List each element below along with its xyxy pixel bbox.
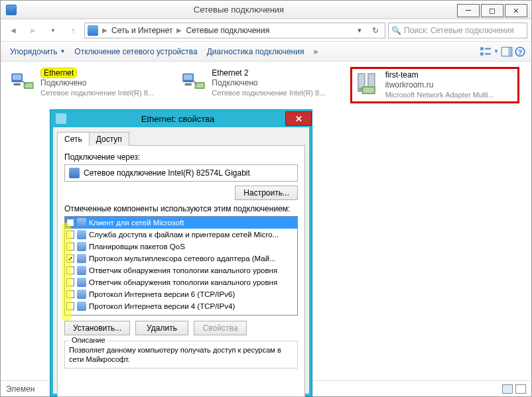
connection-desc: Сетевое подключение Intel(R) 8... (40, 88, 154, 98)
component-checkbox[interactable] (66, 278, 74, 286)
breadcrumb-connections[interactable]: Сетевые подключения (186, 26, 269, 35)
tab-access[interactable]: Доступ (89, 132, 129, 146)
team-adapter-icon (354, 70, 381, 98)
view-details-button[interactable] (515, 384, 526, 394)
connection-status: itworkroom.ru (385, 80, 494, 90)
connection-desc: Сетевое подключение Intel(R) 8... (212, 88, 325, 98)
component-checkbox[interactable] (66, 243, 74, 251)
connection-name: first-team (385, 70, 494, 80)
search-placeholder: Поиск: Сетевые подключения (404, 26, 514, 35)
up-button[interactable]: ↑ (64, 23, 82, 38)
breadcrumb-net[interactable]: Сеть и Интернет (111, 26, 172, 35)
svg-rect-1 (485, 48, 491, 49)
network-icon (6, 5, 17, 15)
component-checkbox[interactable] (66, 266, 74, 274)
component-item[interactable]: Ответчик обнаружения топологии канальног… (65, 276, 297, 288)
svg-rect-23 (363, 87, 374, 93)
close-button[interactable]: ✕ (505, 4, 527, 17)
forward-button[interactable]: ► (25, 23, 42, 38)
description-label: Описание (69, 336, 108, 344)
connection-name: Ethernet 2 (212, 68, 325, 78)
nic-icon (180, 68, 208, 96)
components-list[interactable]: Клиент для сетей MicrosoftСлужба доступа… (64, 216, 298, 315)
tab-strip: Сеть Доступ (57, 131, 305, 145)
search-icon: 🔍 (391, 26, 401, 35)
help-button[interactable]: ? (514, 46, 526, 58)
component-icon (77, 242, 86, 251)
svg-rect-10 (14, 84, 21, 85)
search-input[interactable]: 🔍 Поиск: Сетевые подключения (388, 23, 527, 38)
svg-rect-14 (184, 74, 192, 80)
component-item[interactable]: Протокол Интернета версии 6 (TCP/IPv6) (65, 288, 297, 300)
minimize-button[interactable]: ─ (457, 4, 480, 17)
component-item[interactable]: Клиент для сетей Microsoft (65, 217, 297, 229)
nav-row: ◄ ► ▼ ↑ ▶ Сеть и Интернет ▶ Сетевые подк… (1, 19, 531, 42)
preview-pane-button[interactable] (501, 46, 513, 58)
connection-item-ethernet2[interactable]: Ethernet 2 Подключено Сетевое подключени… (178, 67, 348, 99)
component-item[interactable]: Планировщик пакетов QoS (65, 241, 297, 253)
svg-rect-3 (485, 53, 491, 54)
component-label: Протокол мультиплексора сетевого адаптер… (89, 255, 276, 262)
addr-dropdown-icon[interactable]: ▼ (353, 27, 366, 34)
status-text: Элемен (6, 384, 34, 394)
svg-rect-5 (508, 47, 512, 56)
disable-device-button[interactable]: Отключение сетевого устройства (70, 44, 201, 59)
connection-item-ethernet[interactable]: Ethernet Подключено Сетевое подключение … (7, 67, 176, 99)
dialog-close-button[interactable]: ✕ (285, 111, 312, 126)
install-button[interactable]: Установить... (64, 321, 130, 335)
tab-panel: Подключение через: Сетевое подключение I… (57, 145, 305, 397)
maximize-button[interactable]: □ (481, 4, 503, 17)
svg-rect-2 (480, 52, 484, 56)
connection-name: Ethernet (40, 68, 77, 78)
properties-button[interactable]: Свойства (194, 321, 247, 335)
svg-rect-9 (13, 74, 21, 80)
component-icon (77, 266, 86, 275)
component-icon (77, 218, 86, 227)
connection-status: Подключено (212, 78, 325, 88)
connect-via-label: Подключение через: (64, 152, 298, 162)
connection-desc: Microsoft Network Adapter Multi... (385, 90, 494, 100)
dialog-titlebar: Ethernet: свойства ✕ (50, 110, 312, 127)
adapter-small-icon (69, 168, 80, 178)
component-item[interactable]: Служба доступа к файлам и принтерам сете… (65, 229, 297, 241)
more-commands[interactable]: » (309, 44, 322, 59)
component-icon (77, 302, 86, 311)
view-icons-button[interactable] (502, 384, 513, 394)
description-text: Позволяет данному компьютеру получать до… (69, 345, 293, 364)
component-checkbox[interactable] (66, 290, 74, 298)
svg-rect-19 (358, 74, 364, 87)
component-label: Протокол Интернета версии 4 (TCP/IPv4) (89, 302, 235, 310)
configure-button[interactable]: Настроить... (235, 186, 298, 200)
properties-dialog: Ethernet: свойства ✕ Сеть Доступ Подключ… (50, 110, 312, 396)
adapter-name: Сетевое подключение Intel(R) 82574L Giga… (84, 168, 250, 178)
address-bar[interactable]: ▶ Сеть и Интернет ▶ Сетевые подключения … (84, 23, 385, 38)
adapter-field: Сетевое подключение Intel(R) 82574L Giga… (64, 164, 298, 182)
component-checkbox[interactable]: ✔ (66, 255, 74, 262)
component-item[interactable]: ✔Протокол мультиплексора сетевого адапте… (65, 253, 297, 264)
component-icon (77, 278, 86, 287)
back-button[interactable]: ◄ (5, 23, 22, 38)
component-label: Служба доступа к файлам и принтерам сете… (89, 231, 279, 239)
component-icon (77, 254, 86, 263)
svg-rect-21 (368, 74, 373, 87)
svg-rect-15 (185, 84, 192, 85)
component-item[interactable]: Ответчик обнаружения топологии канальног… (65, 264, 297, 276)
diagnose-button[interactable]: Диагностика подключения (203, 44, 308, 59)
nic-icon (9, 68, 36, 96)
tab-network[interactable]: Сеть (57, 132, 90, 146)
organize-menu[interactable]: Упорядочить▼ (6, 44, 69, 59)
connection-item-team[interactable]: first-team itworkroom.ru Microsoft Netwo… (350, 67, 519, 103)
component-checkbox[interactable] (66, 231, 74, 239)
component-checkbox[interactable] (66, 302, 74, 310)
command-bar: Упорядочить▼ Отключение сетевого устройс… (1, 42, 531, 62)
remove-button[interactable]: Удалить (135, 321, 188, 335)
component-item[interactable]: Протокол Интернета версии 4 (TCP/IPv4) (65, 300, 297, 312)
component-checkbox[interactable] (66, 219, 74, 227)
description-group: Описание Позволяет данному компьютеру по… (64, 341, 298, 369)
view-dropdown-icon[interactable]: ▼ (493, 46, 499, 58)
dialog-title: Ethernet: свойства (70, 114, 285, 124)
history-button[interactable]: ▼ (44, 23, 62, 38)
view-options-button[interactable] (480, 46, 492, 58)
refresh-icon[interactable]: ↻ (369, 26, 382, 35)
components-label: Отмеченные компоненты используются этим … (64, 204, 298, 213)
